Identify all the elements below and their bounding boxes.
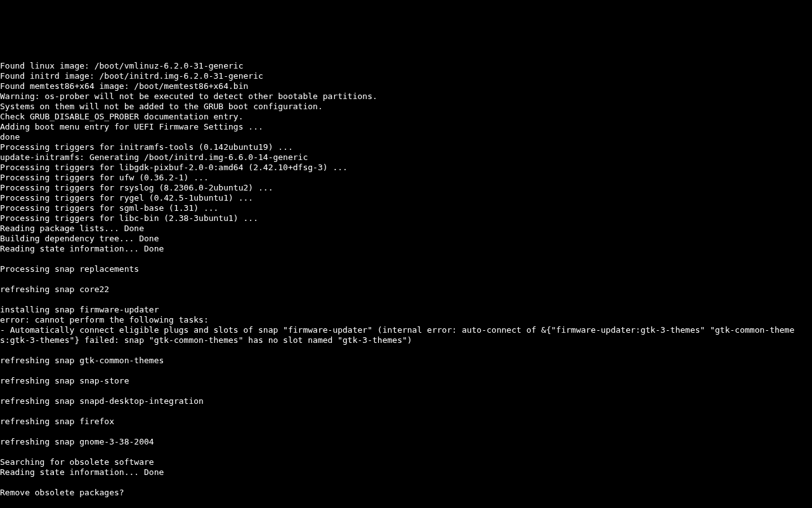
terminal-line: Reading state information... Done <box>0 244 812 254</box>
terminal-line: Processing triggers for ufw (0.36.2-1) .… <box>0 173 812 183</box>
terminal-line: installing snap firmware-updater <box>0 305 812 315</box>
terminal-line: refreshing snap gnome-3-38-2004 <box>0 437 812 447</box>
terminal-line <box>0 478 812 488</box>
terminal-line <box>0 345 812 356</box>
terminal-line: Processing triggers for libgdk-pixbuf-2.… <box>0 163 812 173</box>
terminal-line: Processing triggers for sgml-base (1.31)… <box>0 203 812 213</box>
terminal-line: Adding boot menu entry for UEFI Firmware… <box>0 122 812 132</box>
terminal-line: update-initramfs: Generating /boot/initr… <box>0 152 812 163</box>
terminal-line <box>0 498 812 508</box>
terminal-line: Processing triggers for rsyslog (8.2306.… <box>0 183 812 193</box>
terminal-line <box>0 406 812 417</box>
terminal-line: Processing triggers for libc-bin (2.38-3… <box>0 213 812 224</box>
terminal-line: Processing snap replacements <box>0 264 812 274</box>
terminal-line: Found initrd image: /boot/initrd.img-6.2… <box>0 71 812 81</box>
terminal-line <box>0 254 812 264</box>
terminal-line <box>0 274 812 284</box>
terminal-line: Searching for obsolete software <box>0 457 812 467</box>
terminal-line <box>0 295 812 305</box>
terminal-line: Processing triggers for rygel (0.42.5-1u… <box>0 193 812 203</box>
terminal-line: Warning: os-prober will not be executed … <box>0 91 812 102</box>
terminal-line: Check GRUB_DISABLE_OS_PROBER documentati… <box>0 112 812 122</box>
terminal-line: Found memtest86+x64 image: /boot/memtest… <box>0 81 812 91</box>
terminal-line: - Automatically connect eligible plugs a… <box>0 325 812 335</box>
terminal-line: Reading state information... Done <box>0 467 812 478</box>
terminal-line: refreshing snap snapd-desktop-integratio… <box>0 396 812 406</box>
terminal-lines-container: Found linux image: /boot/vmlinuz-6.2.0-3… <box>0 61 812 508</box>
terminal-line <box>0 447 812 457</box>
terminal-line: Remove obsolete packages? <box>0 488 812 498</box>
terminal-line: done <box>0 132 812 142</box>
terminal-line <box>0 366 812 376</box>
terminal-line: Reading package lists... Done <box>0 224 812 234</box>
terminal-line: refreshing snap gtk-common-themes <box>0 356 812 366</box>
terminal-line: Building dependency tree... Done <box>0 234 812 244</box>
terminal-line: refreshing snap core22 <box>0 284 812 295</box>
terminal-line <box>0 386 812 396</box>
terminal-line: refreshing snap firefox <box>0 417 812 427</box>
terminal-line <box>0 427 812 437</box>
terminal-output[interactable]: Found linux image: /boot/vmlinuz-6.2.0-3… <box>0 41 812 508</box>
terminal-line: refreshing snap snap-store <box>0 376 812 386</box>
terminal-line: Found linux image: /boot/vmlinuz-6.2.0-3… <box>0 61 812 71</box>
terminal-line: s:gtk-3-themes"} failed: snap "gtk-commo… <box>0 335 812 345</box>
terminal-line: Processing triggers for initramfs-tools … <box>0 142 812 152</box>
terminal-line: Systems on them will not be added to the… <box>0 102 812 112</box>
terminal-line: error: cannot perform the following task… <box>0 315 812 325</box>
